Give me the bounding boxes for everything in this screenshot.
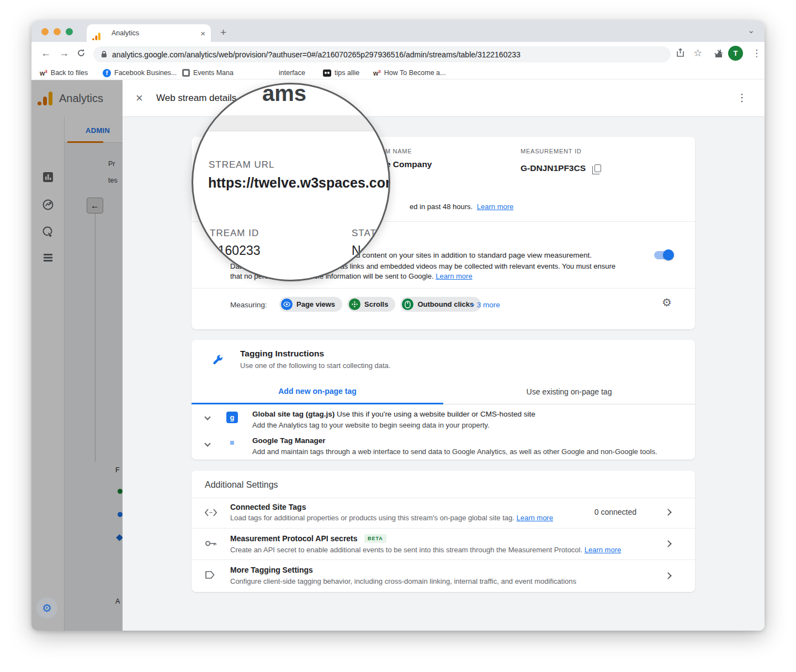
more-measurements-link[interactable]: + 3 more: [470, 301, 500, 309]
more-tagging-desc: Configure client-side tagging behavior, …: [230, 577, 576, 586]
gtag-icon: g: [226, 412, 238, 423]
forward-button[interactable]: →: [59, 47, 69, 59]
browser-tab[interactable]: Analytics ×: [87, 24, 211, 42]
measurement-settings-gear-icon[interactable]: ⚙: [662, 296, 672, 309]
connected-site-tags-desc: Load tags for additional properties or p…: [230, 513, 553, 523]
desktop-background: Analytics × + ⌄ ← → analytics.google.com…: [0, 0, 796, 672]
measurement-id-label: MEASUREMENT ID: [521, 148, 601, 154]
w3schools-icon: w3: [373, 69, 381, 77]
chevron-right-icon: [665, 572, 672, 579]
enhanced-measurement-toggle[interactable]: [654, 251, 673, 259]
share-icon[interactable]: [676, 48, 684, 57]
magnified-stream-url-value: https://twelve.w3spaces.com: [208, 175, 390, 191]
gtag-expander-chevron-icon[interactable]: [204, 414, 210, 420]
code-tag-icon: [205, 509, 217, 516]
chevron-right-icon: [665, 509, 672, 516]
row-measurement-protocol[interactable]: Measurement Protocol API secrets BETA Cr…: [192, 529, 695, 560]
traffic-light-close[interactable]: [41, 28, 49, 35]
bookmarks-bar: w3 Back to files f Facebook Busines... E…: [31, 66, 765, 79]
extensions-puzzle-icon[interactable]: [714, 49, 723, 58]
magnifier-overlay: ams STREAM URL https://twelve.w3spaces.c…: [192, 83, 390, 281]
protocol-learn-more-link[interactable]: Learn more: [585, 546, 621, 554]
more-tagging-title: More Tagging Settings: [230, 566, 313, 574]
modal-header: × Web stream details ⋮: [123, 80, 765, 117]
measuring-label: Measuring:: [230, 301, 267, 309]
outbound-clicks-mouse-icon: [402, 298, 413, 310]
new-tab-button[interactable]: +: [220, 26, 226, 39]
gtag-title-line: Global site tag (gtag.js) Use this if yo…: [252, 410, 535, 418]
magnified-status-label: STAT: [352, 228, 376, 239]
wrench-icon: [211, 354, 224, 366]
badge-outbound-clicks[interactable]: Outbound clicks: [400, 297, 481, 312]
measurement-protocol-title: Measurement Protocol API secrets: [230, 534, 358, 543]
bookmark-how-to-become[interactable]: w3 How To Become a...: [373, 67, 445, 78]
connected-count: 0 connected: [595, 508, 636, 516]
modal-title: Web stream details: [156, 93, 236, 104]
tab-favicon-analytics-icon: [92, 33, 100, 40]
w3schools-icon: w3: [40, 69, 47, 77]
measurement-protocol-desc: Create an API secret to enable additiona…: [230, 545, 621, 555]
tagging-instructions-card: Tagging Instructions Use one of the foll…: [192, 340, 695, 460]
row-connected-site-tags[interactable]: Connected Site Tags Load tags for additi…: [192, 498, 695, 529]
tagging-tabs: Add new on-page tag Use existing on-page…: [192, 379, 695, 404]
bookmark-facebook-business[interactable]: f Facebook Busines...: [103, 67, 177, 78]
gtm-title: Google Tag Manager: [252, 436, 326, 445]
browser-toolbar: ← → analytics.google.com/analytics/web/p…: [31, 42, 765, 66]
tab-add-new-on-page-tag[interactable]: Add new on-page tag: [192, 379, 443, 404]
measuring-badges: Page views Scrolls Outbound clicks: [279, 297, 481, 312]
row-more-tagging-settings[interactable]: More Tagging Settings Configure client-s…: [192, 560, 695, 592]
connected-learn-more-link[interactable]: Learn more: [516, 514, 553, 522]
tips-allie-icon: [323, 70, 331, 77]
traffic-light-zoom[interactable]: [66, 28, 73, 35]
url-text: analytics.google.com/analytics/web/provi…: [112, 50, 521, 59]
modal-menu-kebab-icon[interactable]: ⋮: [737, 92, 747, 104]
address-bar[interactable]: analytics.google.com/analytics/web/provi…: [93, 46, 671, 62]
magnified-stream-id-label: TREAM ID: [210, 228, 259, 239]
admin-gear-icon[interactable]: ⚙: [36, 598, 57, 618]
status-learn-more-link[interactable]: Learn more: [477, 202, 513, 211]
bookmark-back-to-files[interactable]: w3 Back to files: [40, 67, 88, 78]
close-icon[interactable]: ×: [136, 91, 143, 105]
gtag-subtitle: Add the Analytics tag to your website to…: [252, 420, 490, 430]
analytics-app: Analytics ADMIN: [31, 80, 765, 631]
measurement-id-value: G-DNJN1PF3CS: [521, 163, 586, 173]
tab-strip-chevron-icon[interactable]: ⌄: [747, 25, 755, 35]
events-manager-icon: [182, 69, 190, 77]
tab-title: Analytics: [112, 29, 196, 37]
magnified-heading-fragment: ams: [262, 83, 306, 106]
tagging-title: Tagging Instructions: [240, 349, 324, 359]
gtm-expander-chevron-icon[interactable]: [204, 440, 210, 446]
magnified-stream-url-label: STREAM URL: [209, 159, 275, 170]
bookmark-events-manager[interactable]: Events Mana: [182, 67, 234, 78]
connected-site-tags-title: Connected Site Tags: [230, 503, 306, 511]
tagging-subtitle: Use one of the following to start collec…: [240, 361, 390, 371]
padlock-icon: [101, 51, 107, 58]
copy-icon[interactable]: [595, 164, 601, 172]
page-views-eye-icon: [281, 298, 293, 310]
badge-page-views[interactable]: Page views: [279, 297, 342, 312]
magnified-header-band: [193, 115, 389, 131]
facebook-icon: f: [103, 69, 111, 77]
traffic-light-minimize[interactable]: [54, 28, 61, 35]
card-divider: [192, 288, 695, 289]
browser-menu-kebab-icon[interactable]: ⋮: [752, 47, 761, 59]
analytics-background-page: Analytics ADMIN: [31, 80, 123, 631]
reload-button[interactable]: [77, 49, 86, 57]
scrolls-icon: [349, 298, 360, 310]
tab-strip: Analytics × + ⌄: [31, 21, 765, 42]
bookmark-star-icon[interactable]: ☆: [693, 47, 702, 59]
gtag-title: Global site tag (gtag.js): [252, 410, 335, 418]
back-button[interactable]: ←: [41, 47, 51, 59]
badge-scrolls[interactable]: Scrolls: [347, 297, 395, 312]
bookmark-tips-allie[interactable]: tips allie: [323, 67, 359, 78]
tab-close-icon[interactable]: ×: [200, 29, 205, 38]
additional-settings-card: Additional Settings Connected Site Tags …: [192, 471, 695, 592]
stream-status-text: ed in past 48 hours. Learn more: [410, 202, 513, 211]
enhanced-learn-more-link[interactable]: Learn more: [436, 272, 472, 280]
tab-use-existing-on-page-tag[interactable]: Use existing on-page tag: [443, 379, 695, 404]
measurement-id-field: MEASUREMENT ID G-DNJN1PF3CS: [521, 148, 601, 173]
additional-settings-title: Additional Settings: [205, 480, 278, 490]
bookmark-interface[interactable]: interface: [279, 67, 305, 78]
chevron-right-icon: [665, 540, 672, 547]
browser-avatar[interactable]: T: [728, 46, 743, 61]
